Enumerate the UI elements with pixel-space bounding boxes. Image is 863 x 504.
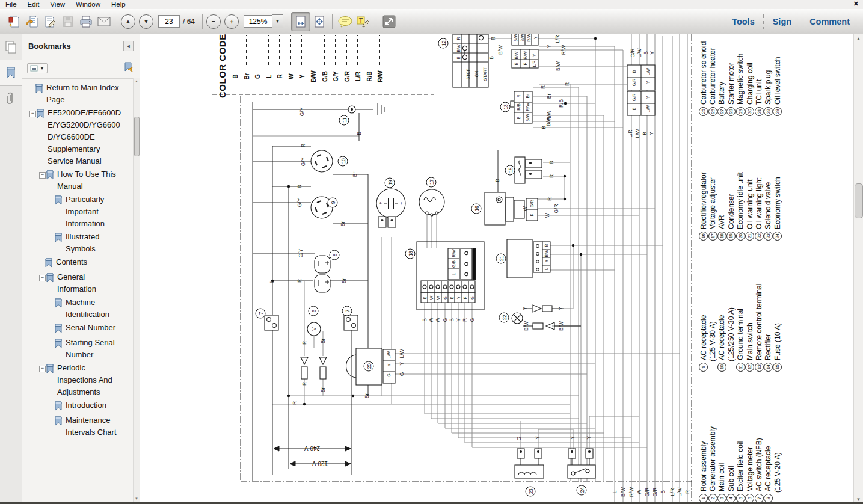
save-button[interactable] — [59, 13, 77, 31]
fit-page-button[interactable] — [310, 13, 328, 31]
sign-tool-icon: T — [355, 15, 371, 28]
page-number-input[interactable] — [158, 15, 180, 28]
bookmarks-panel-title: Bookmarks — [28, 41, 71, 51]
fullscreen-icon — [382, 14, 396, 29]
zoom-level-value[interactable]: 125% — [244, 15, 272, 28]
bookmark-ribbon-icon — [54, 401, 63, 413]
bookmark-item[interactable]: Return to Main Index Page — [22, 81, 134, 106]
bookmark-label: Machine Identification — [66, 297, 118, 321]
bookmark-arrow-icon — [123, 62, 135, 73]
create-pdf-button[interactable] — [5, 13, 23, 31]
zoom-dropdown-button[interactable]: ▼ — [272, 14, 283, 28]
bookmark-label: EF5200DE/EF6600DE/YG5200D/YG6600D/YG6600… — [48, 107, 124, 167]
bookmark-options-icon — [30, 65, 38, 72]
sign-document-button[interactable] — [41, 13, 59, 31]
acrobat-window: { "window": {"close_glyph": "✕"}, "menu"… — [0, 0, 863, 504]
close-window-icon[interactable]: ✕ — [853, 0, 859, 8]
document-scrollbar-thumb[interactable] — [855, 183, 863, 218]
zoom-in-button[interactable]: ＋ — [224, 14, 239, 29]
bookmark-item[interactable]: −How To Use This Manual — [22, 168, 134, 193]
bookmark-item[interactable]: Starting Serial Number — [22, 336, 134, 361]
sign-button[interactable]: Sign — [764, 17, 800, 26]
attachments-button[interactable] — [0, 86, 22, 111]
bookmark-item[interactable]: Maintenance Intervals Chart — [22, 414, 134, 439]
menu-file[interactable]: File — [0, 0, 22, 9]
collapse-panel-button[interactable]: ◂ — [123, 41, 134, 51]
bookmark-label: Periodic Inspections And Adjustments — [57, 362, 122, 398]
bookmark-label: Illustrated Symbols — [66, 231, 118, 255]
bookmark-label: Particularly Important Information — [66, 194, 118, 230]
scroll-up-icon[interactable]: ▲ — [854, 34, 863, 43]
document-page[interactable] — [140, 34, 854, 504]
scroll-up-icon[interactable]: ▲ — [134, 78, 140, 85]
bookmark-label: How To Use This Manual — [57, 168, 122, 192]
previous-page-button[interactable]: ▲ — [121, 14, 135, 29]
menu-edit[interactable]: Edit — [22, 0, 45, 9]
menu-help[interactable]: Help — [106, 0, 131, 9]
bookmark-ribbon-icon — [54, 195, 63, 207]
zoom-out-button[interactable]: − — [206, 14, 221, 29]
bookmark-item[interactable]: −Periodic Inspections And Adjustments — [22, 361, 134, 399]
bookmarks-toolbar: ▼ — [22, 58, 140, 79]
fit-width-icon — [294, 15, 307, 28]
expand-current-bookmark-button[interactable] — [123, 62, 135, 75]
bookmark-ribbon-icon — [35, 84, 43, 96]
bookmarks-scrollbar[interactable]: ▲ ▼ — [133, 78, 140, 504]
bookmarks-panel: Bookmarks ◂ ▼ Return to Main Index Page−… — [22, 34, 140, 504]
bookmarks-panel-header: Bookmarks ◂ — [22, 34, 140, 58]
bookmark-ribbon-icon — [46, 364, 54, 376]
menu-bar: File Edit View Window Help ✕ — [0, 0, 863, 10]
print-button[interactable] — [77, 13, 95, 31]
collapse-node-icon[interactable]: − — [39, 366, 46, 372]
bookmarks-scrollbar-thumb[interactable] — [134, 117, 140, 156]
collapse-node-icon[interactable]: − — [39, 172, 46, 179]
toolbar-right-actions: Tools Sign Comment — [723, 14, 858, 29]
add-comment-button[interactable] — [336, 13, 354, 31]
create-pdf-icon — [7, 15, 20, 28]
bookmark-ribbon-icon — [54, 339, 63, 351]
paperclip-icon — [5, 91, 17, 106]
pages-icon — [5, 40, 17, 54]
bookmark-ribbon-icon — [54, 416, 63, 428]
email-button[interactable] — [95, 13, 113, 31]
fullscreen-button[interactable] — [380, 13, 398, 31]
bookmark-label: Maintenance Intervals Chart — [66, 414, 118, 438]
bookmark-item[interactable]: Machine Identification — [22, 296, 134, 321]
comment-button[interactable]: Comment — [801, 17, 858, 26]
highlight-sign-button[interactable]: T — [354, 13, 372, 31]
collapse-node-icon[interactable]: − — [29, 111, 36, 117]
bookmark-ribbon-icon — [54, 298, 63, 310]
open-button[interactable] — [23, 13, 41, 31]
bookmark-ribbon-icon — [54, 233, 63, 245]
bookmark-ribbon-icon — [54, 324, 63, 336]
menu-window[interactable]: Window — [70, 0, 106, 9]
collapse-node-icon[interactable]: − — [39, 275, 46, 281]
envelope-icon — [97, 16, 111, 27]
bookmarks-panel-button[interactable] — [0, 60, 22, 86]
bookmark-item[interactable]: Introduction — [22, 399, 134, 414]
bookmark-item[interactable]: −EF5200DE/EF6600DE/YG5200D/YG6600D/YG660… — [22, 106, 134, 168]
bookmark-item[interactable]: Illustrated Symbols — [22, 230, 134, 256]
bookmark-item[interactable]: Contents — [22, 256, 134, 271]
bookmark-item[interactable]: Particularly Important Information — [22, 193, 134, 230]
fit-width-button[interactable] — [291, 12, 310, 31]
navigation-rail — [0, 34, 23, 504]
bookmark-ribbon-icon — [36, 109, 45, 121]
page-count-label: / 64 — [183, 17, 195, 26]
save-icon — [61, 15, 75, 28]
scroll-down-icon[interactable]: ▼ — [134, 496, 140, 502]
bookmark-item[interactable]: Serial Number — [22, 321, 134, 336]
page-thumbnails-button[interactable] — [0, 34, 22, 60]
next-page-button[interactable]: ▼ — [139, 14, 153, 29]
tools-button[interactable]: Tools — [723, 17, 763, 26]
menu-view[interactable]: View — [45, 0, 70, 9]
bookmark-label: Contents — [56, 256, 87, 268]
bookmark-ribbon-icon — [46, 170, 54, 182]
bookmark-item[interactable]: −General Information — [22, 271, 134, 296]
page-pencil-icon — [43, 15, 57, 28]
svg-text:T: T — [359, 17, 363, 24]
bookmark-options-button[interactable]: ▼ — [27, 63, 48, 73]
open-file-icon — [25, 15, 38, 28]
comment-bubble-icon — [337, 15, 353, 28]
document-scrollbar[interactable]: ▲ ▼ — [853, 34, 863, 504]
